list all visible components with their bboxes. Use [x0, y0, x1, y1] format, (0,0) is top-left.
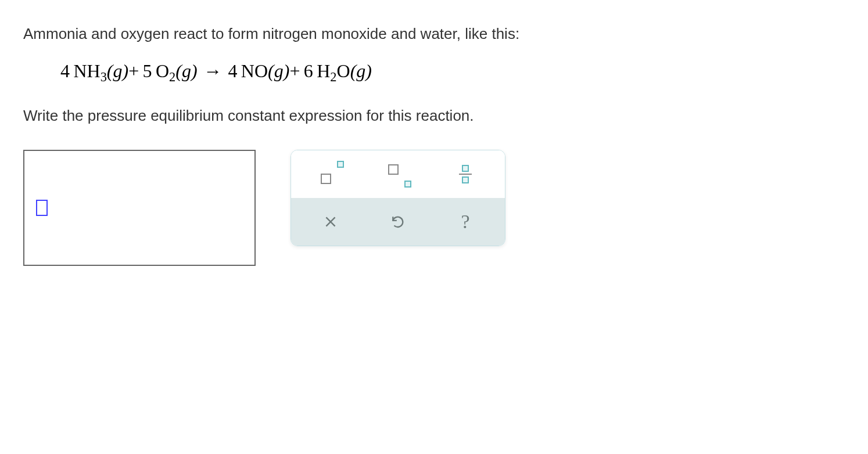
- formula-h: H: [317, 60, 330, 81]
- fraction-bar-icon: [459, 174, 472, 175]
- subscript-button[interactable]: [381, 160, 415, 189]
- fraction-button[interactable]: [448, 160, 483, 189]
- sub-3: 3: [101, 70, 107, 85]
- question-instruction: Write the pressure equilibrium constant …: [23, 105, 845, 126]
- phase-p2: (g): [350, 60, 372, 81]
- sub-2a: 2: [169, 70, 175, 85]
- superscript-button[interactable]: [313, 160, 348, 189]
- square-small-icon: [337, 161, 344, 168]
- plus-1: +: [128, 60, 139, 81]
- formula-o: O: [156, 60, 169, 81]
- square-small-icon: [404, 181, 411, 188]
- formula-no: NO: [241, 60, 268, 81]
- help-button[interactable]: ?: [448, 207, 483, 236]
- sub-2b: 2: [330, 70, 336, 85]
- formula-toolbar: ?: [290, 150, 505, 246]
- formula-o-tail: O: [337, 60, 350, 81]
- coef-p2: 6: [304, 60, 313, 81]
- phase-r1: (g): [107, 60, 128, 81]
- undo-button[interactable]: [381, 207, 415, 236]
- phase-r2: (g): [175, 60, 197, 81]
- phase-p1: (g): [268, 60, 289, 81]
- plus-2: +: [289, 60, 300, 81]
- x-icon: [323, 214, 338, 229]
- square-small-icon: [462, 165, 469, 172]
- coef-r2: 5: [143, 60, 152, 81]
- chemical-equation: 4 NH3(g)+ 5 O2(g) → 4 NO(g)+ 6 H2O(g): [60, 60, 845, 82]
- question-intro: Ammonia and oxygen react to form nitroge…: [23, 23, 845, 44]
- coef-p1: 4: [228, 60, 237, 81]
- question-mark-icon: ?: [461, 212, 469, 232]
- input-cursor-icon: [36, 200, 48, 216]
- clear-button[interactable]: [313, 207, 348, 236]
- square-small-icon: [462, 176, 469, 183]
- square-icon: [321, 174, 331, 184]
- answer-input[interactable]: [23, 150, 256, 266]
- coef-r1: 4: [60, 60, 70, 81]
- reaction-arrow-icon: →: [201, 60, 224, 82]
- formula-nh: NH: [73, 60, 100, 81]
- square-icon: [388, 164, 399, 175]
- undo-icon: [390, 214, 406, 229]
